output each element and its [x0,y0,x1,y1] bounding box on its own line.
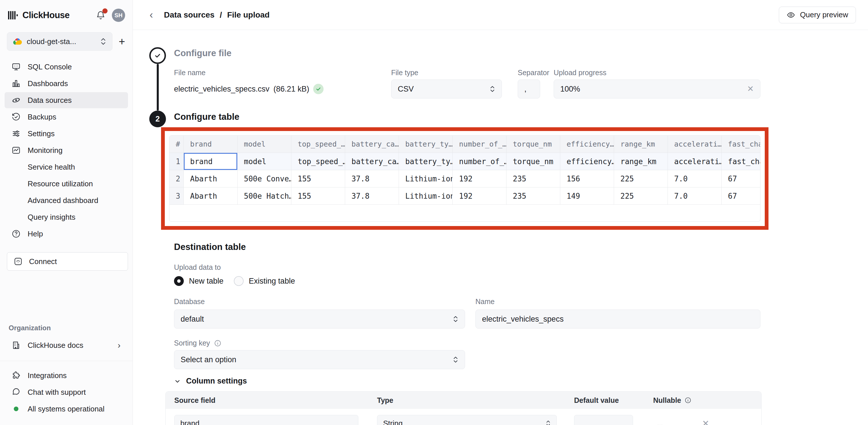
source-field-input[interactable]: brand [174,415,359,425]
radio-existing-table[interactable]: Existing table [234,276,295,286]
table-cell[interactable]: Abarth [184,170,238,188]
table-cell[interactable]: 500e Conve… [238,170,291,188]
table-cell[interactable]: 67 [722,188,761,205]
back-icon[interactable]: ‹ [150,10,153,20]
table-cell[interactable]: torque_nm [506,153,560,170]
sidebar-item-chat-support[interactable]: Chat with support [5,384,128,400]
table-cell[interactable]: 225 [614,188,668,205]
column-settings-row: brand String ✕ [166,409,761,425]
table-cell[interactable]: top_speed_… [291,153,345,170]
organization-label: Organization [0,324,132,332]
column-settings-title: Column settings [186,377,247,386]
radio-new-table[interactable]: New table [174,276,223,286]
file-type-value: CSV [398,85,414,93]
column-header: torque_nm [506,136,560,153]
sidebar-item-label: Service health [28,163,75,172]
column-settings-header: Source field Type Default value Nullable [166,392,761,409]
avatar[interactable]: SH [112,9,125,22]
sidebar-item-advanced-dashboard[interactable]: Advanced dashboard [5,192,128,208]
column-header: number_of_… [453,136,506,153]
sidebar-item-system-status[interactable]: All systems operational [5,401,128,417]
chevron-updown-icon [490,85,495,93]
table-cell[interactable]: 156 [560,170,614,188]
upload-data-to-label: Upload data to [174,263,868,272]
file-type-select[interactable]: CSV [391,80,502,98]
table-cell[interactable]: 500e Hatch… [238,188,291,205]
table-cell[interactable]: 225 [614,170,668,188]
sidebar-item-resource-utilization[interactable]: Resource utilization [5,176,128,192]
sidebar-item-label: Settings [28,129,55,138]
sidebar-item-label: Dashboards [28,79,68,88]
file-name-label: File name [174,68,391,78]
table-row: 1 brand model top_speed_… battery_ca… ba… [169,153,761,170]
sorting-key-select[interactable]: Select an option [174,350,465,369]
sidebar-item-label: Monitoring [28,146,62,155]
upload-progress-input[interactable]: 100% ✕ [554,80,761,98]
table-cell[interactable]: 192 [453,170,506,188]
sidebar-item-dashboards[interactable]: Dashboards [5,76,128,91]
table-name-input[interactable]: electric_vehicles_specs [475,310,761,329]
table-cell[interactable]: Lithium-ion [399,188,453,205]
column-header: battery_ca… [345,136,399,153]
table-cell[interactable]: model [238,153,291,170]
database-select[interactable]: default [174,310,465,329]
type-select[interactable]: String [377,415,557,425]
table-row: 2 Abarth 500e Conve… 155 37.8 Lithium-io… [169,170,761,188]
table-cell[interactable]: 7.0 [668,170,722,188]
table-cell[interactable]: brand [184,153,238,170]
table-cell[interactable]: range_km [614,153,668,170]
info-icon[interactable] [684,397,691,404]
remove-column-icon[interactable]: ✕ [702,419,709,425]
sidebar-item-service-health[interactable]: Service health [5,159,128,175]
table-cell[interactable]: 192 [453,188,506,205]
table-cell[interactable]: Lithium-ion [399,170,453,188]
sidebar-item-help[interactable]: Help [5,226,128,242]
query-preview-button[interactable]: Query preview [779,7,856,23]
table-cell[interactable]: 155 [291,188,345,205]
table-cell[interactable]: 155 [291,170,345,188]
service-switcher[interactable]: cloud-get-sta... [7,32,113,51]
sidebar-item-label: Query insights [28,213,75,222]
table-cell[interactable]: efficiency… [560,153,614,170]
column-settings-toggle[interactable]: Column settings [174,377,868,386]
gcp-cloud-icon [13,38,22,45]
settings-icon [11,129,21,138]
sidebar-item-integrations[interactable]: Integrations [5,367,128,384]
sidebar-item-backups[interactable]: Backups [5,109,128,125]
separator-input[interactable]: , [518,80,540,98]
table-cell[interactable]: 7.0 [668,188,722,205]
table-cell[interactable]: 149 [560,188,614,205]
notifications-bell-icon[interactable] [96,10,105,20]
sidebar-item-monitoring[interactable]: Monitoring [5,142,128,159]
column-header: efficiency… [560,136,614,153]
table-cell[interactable]: battery_ca… [345,153,399,170]
step-1-complete-indicator [149,47,166,64]
add-service-button[interactable]: + [119,36,125,47]
table-cell[interactable]: 235 [506,188,560,205]
table-cell[interactable]: 37.8 [345,170,399,188]
column-header: battery_ty… [399,136,453,153]
sidebar-item-data-sources[interactable]: Data sources [5,92,128,108]
info-icon[interactable] [214,339,221,347]
default-value-input[interactable] [574,415,633,425]
table-cell[interactable]: fast_cha [722,153,761,170]
sidebar-item-clickhouse-docs[interactable]: ClickHouse docs › [5,337,128,353]
table-cell[interactable]: Abarth [184,188,238,205]
connect-button[interactable]: Connect [7,252,128,271]
sidebar-item-label: Data sources [28,96,72,105]
table-cell[interactable]: 235 [506,170,560,188]
table-cell[interactable]: number_of_… [453,153,506,170]
table-cell[interactable]: 37.8 [345,188,399,205]
upload-progress-label: Upload progress [554,68,761,78]
sidebar-item-sql-console[interactable]: SQL Console [5,59,128,75]
sidebar-item-settings[interactable]: Settings [5,125,128,142]
breadcrumb-data-sources[interactable]: Data sources [164,10,215,20]
integrations-puzzle-icon [11,371,21,380]
source-field-header: Source field [174,396,215,404]
table-cell[interactable]: 67 [722,170,761,188]
table-cell[interactable]: accelerati… [668,153,722,170]
connect-label: Connect [29,257,57,266]
table-cell[interactable]: battery_ty… [399,153,453,170]
sidebar-item-query-insights[interactable]: Query insights [5,209,128,225]
close-icon[interactable]: ✕ [747,85,754,93]
